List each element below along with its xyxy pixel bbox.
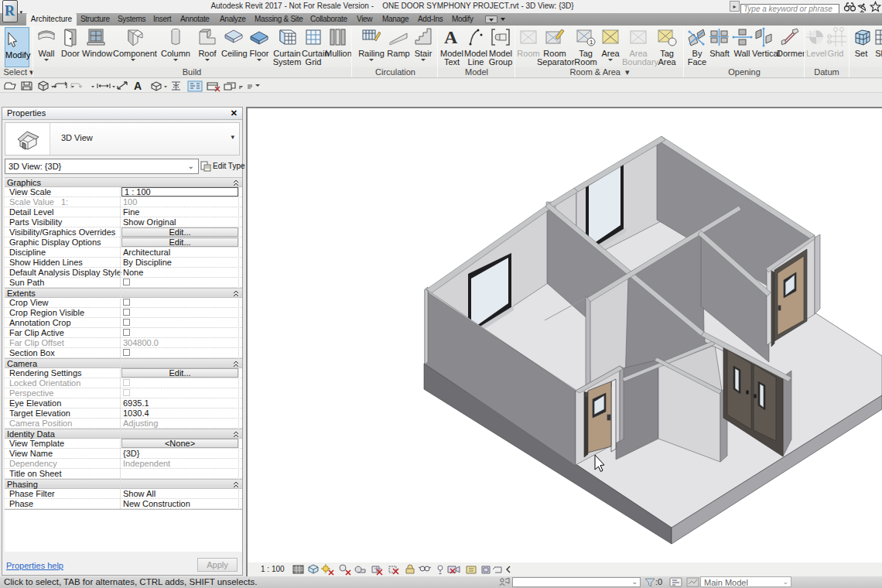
svg-text:A: A bbox=[134, 80, 142, 92]
svg-text:A: A bbox=[444, 27, 458, 47]
svg-text:-1: -1 bbox=[807, 30, 812, 36]
svg-text:1: 1 bbox=[590, 39, 593, 46]
